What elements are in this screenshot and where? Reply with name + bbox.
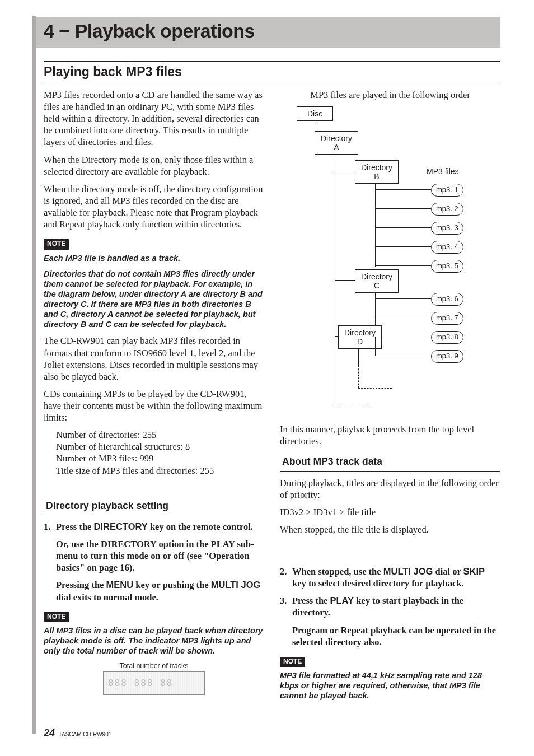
limits-list: Number of directories: 255 Number of hie… [56, 429, 264, 476]
step-sub: Pressing the MENU key or pushing the MUL… [56, 579, 264, 603]
body-text: When the directory mode is off, the dire… [44, 183, 264, 230]
diagram-file: mp3. 1 [431, 184, 463, 197]
diagram-line [375, 318, 431, 318]
diagram-file: mp3. 6 [431, 293, 463, 306]
diagram-line [375, 356, 431, 356]
diagram-line [335, 171, 355, 171]
diagram-line [375, 265, 431, 266]
diagram-intro: MP3 files are played in the following or… [280, 89, 500, 101]
step-text: key on the remote control. [148, 521, 253, 532]
body-text: CDs containing MP3s to be played by the … [44, 388, 264, 423]
note-label: NOTE [44, 239, 69, 249]
body-text: When the Directory mode is on, only thos… [44, 154, 264, 178]
body-text: In this manner, playback proceeds from t… [280, 423, 500, 447]
diagram-file: mp3. 4 [431, 241, 463, 254]
diagram-file: mp3. 9 [431, 350, 463, 363]
subheading-directory-playback: Directory playback setting [44, 498, 264, 515]
diagram-file: mp3. 3 [431, 222, 463, 235]
diagram-line-dashed [335, 407, 368, 407]
diagram-label-mp3files: MP3 files [427, 167, 459, 177]
section-heading: Playing back MP3 files [44, 61, 500, 82]
directory-diagram: Disc Directory A Directory B MP3 files m… [280, 106, 500, 420]
diagram-line [375, 227, 431, 228]
diagram-line [335, 155, 335, 407]
step-1: 1. Press the DIRECTORY key on the remote… [44, 521, 264, 533]
diagram-line [335, 280, 355, 281]
diagram-box-dir-b: Directory B [355, 160, 399, 184]
diagram-line [375, 184, 376, 267]
diagram-file: mp3. 5 [431, 260, 463, 273]
body-text: MP3 files recorded onto a CD are handled… [44, 89, 264, 148]
diagram-line [358, 349, 359, 366]
lcd-caption: Total number of tracks [44, 661, 264, 670]
note-text: Directories that do not contain MP3 file… [44, 269, 264, 330]
diagram-line [375, 246, 431, 247]
note-text: Each MP3 file is handled as a track. [44, 253, 264, 263]
right-column: MP3 files are played in the following or… [280, 89, 500, 707]
diagram-line [375, 208, 431, 209]
limit-item: Number of directories: 255 [56, 429, 264, 441]
key-name: MULTI JOG [383, 566, 433, 576]
limit-item: Number of MP3 files: 999 [56, 452, 264, 464]
diagram-line [375, 337, 376, 356]
diagram-box-dir-a: Directory A [315, 131, 358, 155]
step-text: Press the [56, 521, 94, 532]
note-text: All MP3 files in a disc can be played ba… [44, 626, 264, 656]
footer-model: TASCAM CD-RW901 [59, 731, 112, 738]
limit-item: Number of hierarchical structures: 8 [56, 441, 264, 452]
key-name: MENU [106, 580, 134, 590]
diagram-line [375, 298, 431, 299]
diagram-file: mp3. 8 [431, 331, 463, 344]
key-name: MULTI JOG [211, 580, 261, 590]
left-edge-bar [32, 16, 36, 734]
key-name: PLAY [330, 595, 354, 605]
page-number: 24 [44, 727, 55, 739]
limit-item: Title size of MP3 files and directories:… [56, 465, 264, 477]
note-text: MP3 file formatted at 44,1 kHz sampling … [280, 670, 500, 701]
key-name: SKIP [463, 566, 485, 576]
lcd-illustration [103, 671, 205, 695]
diagram-line-dashed [358, 366, 359, 388]
body-text: The CD-RW901 can play back MP3 files rec… [44, 335, 264, 382]
body-text: During playback, titles are displayed in… [280, 477, 500, 501]
page-footer: 24 TASCAM CD-RW901 [44, 727, 111, 739]
step-2: 2. When stopped, use the MULTI JOG dial … [280, 566, 500, 589]
note-label: NOTE [44, 612, 69, 622]
body-text: ID3v2 > ID3v1 > file title [280, 506, 500, 518]
diagram-line [315, 122, 315, 131]
diagram-line-dashed [358, 388, 392, 389]
left-column: MP3 files recorded onto a CD are handled… [44, 89, 264, 707]
step-sub: Or, use the DIRECTORY option in the PLAY… [56, 538, 264, 573]
diagram-box-disc: Disc [297, 106, 333, 121]
diagram-line-dashed [335, 374, 335, 407]
diagram-line [375, 337, 431, 337]
chapter-title: 4 − Playback operations [36, 17, 500, 48]
note-label: NOTE [280, 657, 305, 667]
diagram-line [375, 189, 431, 190]
body-text: When stopped, the file title is displaye… [280, 524, 500, 535]
subheading-about-mp3: About MP3 track data [280, 454, 500, 471]
key-name: DIRECTORY [94, 521, 148, 531]
step-sub: Program or Repeat playback can be operat… [292, 624, 500, 648]
diagram-box-dir-c: Directory C [355, 269, 399, 293]
step-3: 3. Press the PLAY key to start playback … [280, 595, 500, 618]
diagram-file: mp3. 7 [431, 312, 463, 325]
diagram-file: mp3. 2 [431, 203, 463, 216]
